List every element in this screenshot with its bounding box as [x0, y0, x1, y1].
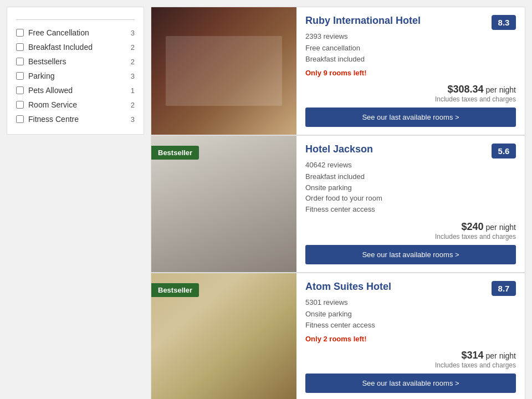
hotel-amenity: Breakfast included	[305, 171, 516, 182]
filter-count-bestsellers: 2	[131, 58, 135, 66]
hotel-image-wrapper-atom: Bestseller	[151, 273, 296, 399]
filter-checkbox-bestsellers[interactable]	[16, 58, 24, 65]
hotel-name-jackson: Hotel Jackson	[305, 144, 373, 155]
hotel-pricing-ruby: $308.34 per night Includes taxes and cha…	[305, 79, 516, 127]
hotel-amenity: Fitness center access	[305, 320, 516, 331]
filter-label-fitness-centre[interactable]: Fitness Centre	[28, 115, 79, 124]
hotel-card-ruby: Ruby International Hotel 8.3 2393 review…	[151, 7, 525, 135]
hotel-score-ruby: 8.3	[492, 15, 516, 30]
hotel-urgency-atom: Only 2 rooms left!	[305, 335, 516, 343]
hotel-header-atom: Atom Suites Hotel 8.7	[305, 281, 516, 296]
filter-left-parking: Parking	[16, 71, 54, 80]
filter-item-room-service: Room Service 2	[16, 98, 135, 112]
filter-left-fitness-centre: Fitness Centre	[16, 115, 79, 124]
filter-list: Free Cancellation 3 Breakfast Included 2…	[16, 25, 135, 126]
hotel-image-wrapper-jackson: Bestseller	[151, 136, 296, 272]
filter-checkbox-free-cancellation[interactable]	[16, 29, 24, 37]
filter-label-free-cancellation[interactable]: Free Cancellation	[28, 28, 89, 37]
filter-label-breakfast-included[interactable]: Breakfast Included	[28, 43, 93, 52]
hotel-card-jackson: Bestseller Hotel Jackson 5.6 40642 revie…	[151, 135, 525, 273]
hotel-reviews-ruby: 2393 reviews	[305, 32, 516, 40]
hotel-card-atom: Bestseller Atom Suites Hotel 8.7 5301 re…	[151, 273, 525, 399]
filter-label-parking[interactable]: Parking	[28, 71, 54, 80]
hotel-amenity: Onsite parking	[305, 182, 516, 193]
hotel-price-jackson: $240 per night	[305, 221, 516, 233]
bestseller-badge-jackson: Bestseller	[151, 146, 199, 160]
hotel-price-value-jackson: $240	[462, 221, 484, 232]
filter-item-breakfast-included: Breakfast Included 2	[16, 40, 135, 54]
hotel-image-wrapper-ruby	[151, 7, 296, 135]
hotel-info-atom: Atom Suites Hotel 8.7 5301 reviews Onsit…	[296, 273, 525, 399]
filter-left-breakfast-included: Breakfast Included	[16, 43, 93, 52]
hotel-name-ruby: Ruby International Hotel	[305, 15, 421, 27]
filter-checkbox-pets-allowed[interactable]	[16, 86, 24, 94]
hotel-price-value-atom: $314	[462, 350, 484, 361]
filter-left-free-cancellation: Free Cancellation	[16, 28, 89, 37]
hotel-reviews-atom: 5301 reviews	[305, 298, 516, 306]
amenities-block-atom: Onsite parkingFitness center access	[305, 309, 516, 330]
hotel-amenity: Breakfast included	[305, 54, 516, 65]
hotel-list: Ruby International Hotel 8.3 2393 review…	[151, 7, 525, 399]
filter-item-pets-allowed: Pets Allowed 1	[16, 83, 135, 98]
hotel-pricing-atom: $314 per night Includes taxes and charge…	[305, 345, 516, 393]
hotel-score-atom: 8.7	[492, 281, 516, 296]
filter-item-parking: Parking 3	[16, 69, 135, 83]
filter-count-fitness-centre: 3	[131, 115, 135, 124]
filter-checkbox-room-service[interactable]	[16, 101, 24, 109]
hotel-results: Ruby International Hotel 8.3 2393 review…	[151, 7, 525, 399]
filter-left-pets-allowed: Pets Allowed	[16, 86, 73, 95]
bestseller-badge-atom: Bestseller	[151, 283, 199, 297]
hotel-taxes-atom: Includes taxes and charges	[305, 361, 516, 369]
hotel-price-ruby: $308.34 per night	[305, 84, 516, 95]
hotel-taxes-jackson: Includes taxes and charges	[305, 233, 516, 241]
hotel-image-ruby	[151, 7, 296, 135]
hotel-amenity: Free cancellation	[305, 43, 516, 54]
filter-item-free-cancellation: Free Cancellation 3	[16, 25, 135, 40]
filter-checkbox-fitness-centre[interactable]	[16, 115, 24, 123]
hotel-header-jackson: Hotel Jackson 5.6	[305, 144, 516, 158]
filter-checkbox-parking[interactable]	[16, 72, 24, 80]
hotel-cta-jackson[interactable]: See our last available rooms >	[305, 245, 516, 264]
hotel-pricing-jackson: $240 per night Includes taxes and charge…	[305, 217, 516, 264]
hotel-info-ruby: Ruby International Hotel 8.3 2393 review…	[296, 7, 525, 135]
filter-count-pets-allowed: 1	[131, 86, 135, 95]
filter-checkbox-breakfast-included[interactable]	[16, 43, 24, 51]
filter-item-fitness-centre: Fitness Centre 3	[16, 112, 135, 126]
hotel-score-jackson: 5.6	[492, 144, 516, 158]
filter-label-pets-allowed[interactable]: Pets Allowed	[28, 86, 73, 95]
hotel-urgency-ruby: Only 9 rooms left!	[305, 69, 516, 77]
hotel-cta-atom[interactable]: See our last available rooms >	[305, 374, 516, 393]
amenities-block-ruby: Free cancellationBreakfast included	[305, 43, 516, 64]
hotel-price-night-atom: per night	[486, 351, 516, 360]
hotel-price-night-jackson: per night	[486, 223, 516, 232]
filter-count-breakfast-included: 2	[131, 43, 135, 52]
hotel-info-jackson: Hotel Jackson 5.6 40642 reviews Breakfas…	[296, 136, 525, 272]
hotel-reviews-jackson: 40642 reviews	[305, 161, 516, 169]
hotel-price-value-ruby: $308.34	[448, 84, 484, 95]
filter-sidebar: Free Cancellation 3 Breakfast Included 2…	[7, 7, 144, 135]
hotel-amenity: Fitness center access	[305, 204, 516, 215]
hotel-header-ruby: Ruby International Hotel 8.3	[305, 15, 516, 30]
filter-count-parking: 3	[131, 72, 135, 80]
filter-item-bestsellers: Bestsellers 2	[16, 54, 135, 69]
filter-count-room-service: 2	[131, 101, 135, 109]
hotel-name-atom: Atom Suites Hotel	[305, 281, 391, 293]
filter-left-room-service: Room Service	[16, 100, 77, 109]
filter-label-bestsellers[interactable]: Bestsellers	[28, 57, 66, 66]
filter-count-free-cancellation: 3	[131, 29, 135, 37]
amenities-block-jackson: Breakfast includedOnsite parkingOrder fo…	[305, 171, 516, 214]
hotel-cta-ruby[interactable]: See our last available rooms >	[305, 108, 516, 127]
hotel-amenity: Onsite parking	[305, 309, 516, 320]
filter-left-bestsellers: Bestsellers	[16, 57, 66, 66]
hotel-taxes-ruby: Includes taxes and charges	[305, 95, 516, 103]
filter-label-room-service[interactable]: Room Service	[28, 100, 77, 109]
hotel-amenity: Order food to your room	[305, 193, 516, 204]
hotel-price-night-ruby: per night	[486, 85, 516, 94]
hotel-price-atom: $314 per night	[305, 350, 516, 361]
filter-sidebar-title	[16, 15, 135, 20]
